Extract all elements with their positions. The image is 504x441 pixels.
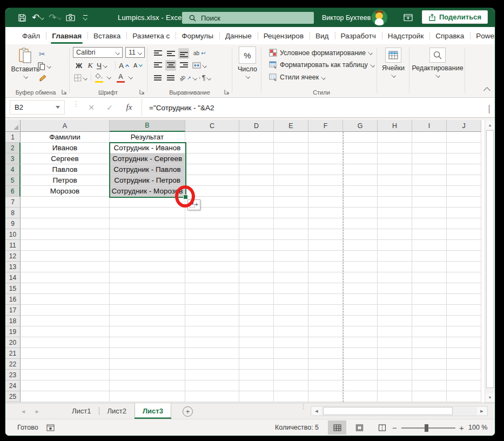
vertical-scroll-thumb[interactable] bbox=[486, 130, 494, 388]
cell-C6[interactable] bbox=[185, 186, 239, 197]
cell-H6[interactable] bbox=[378, 186, 412, 197]
cell-J5[interactable] bbox=[447, 175, 481, 186]
cell-A19[interactable] bbox=[21, 326, 110, 337]
tab-Power Pivo[interactable]: Power Pivo bbox=[470, 27, 495, 44]
cell-J22[interactable] bbox=[447, 359, 481, 370]
cell-J1[interactable] bbox=[447, 132, 481, 143]
undo-button[interactable]: ↶ bbox=[32, 11, 44, 24]
cell-D13[interactable] bbox=[239, 262, 274, 272]
column-header-A[interactable]: A bbox=[21, 120, 110, 132]
font-size-select[interactable]: 11 bbox=[125, 47, 145, 58]
cell-H14[interactable] bbox=[378, 272, 412, 283]
cell-I6[interactable] bbox=[412, 186, 447, 197]
cell-C5[interactable] bbox=[185, 175, 239, 186]
column-header-D[interactable]: D bbox=[239, 120, 274, 132]
cell-B9[interactable] bbox=[110, 218, 185, 229]
cell-H20[interactable] bbox=[378, 337, 412, 348]
cell-G15[interactable] bbox=[343, 283, 378, 294]
zoom-in-button[interactable]: + bbox=[459, 419, 464, 436]
cell-B10[interactable] bbox=[110, 229, 185, 240]
cell-H23[interactable] bbox=[378, 370, 412, 380]
cell-F12[interactable] bbox=[308, 251, 343, 262]
row-header-6[interactable]: 6 bbox=[5, 186, 21, 197]
cell-D14[interactable] bbox=[239, 272, 274, 283]
cell-F8[interactable] bbox=[308, 208, 343, 218]
cell-J10[interactable] bbox=[447, 229, 481, 240]
cell-J9[interactable] bbox=[447, 218, 481, 229]
cell-J18[interactable] bbox=[447, 316, 481, 326]
cell-J8[interactable] bbox=[447, 208, 481, 218]
cell-I22[interactable] bbox=[412, 359, 447, 370]
cell-A16[interactable] bbox=[21, 294, 110, 305]
cell-J2[interactable] bbox=[447, 143, 481, 153]
row-header-19[interactable]: 19 bbox=[5, 326, 21, 337]
font-name-select[interactable]: Calibri bbox=[73, 47, 123, 58]
cell-B4[interactable]: Сотрудник - Павлов bbox=[110, 164, 185, 175]
cells-button[interactable]: Ячейки bbox=[379, 48, 407, 77]
cell-H7[interactable] bbox=[378, 197, 412, 208]
cell-G12[interactable] bbox=[343, 251, 378, 262]
tab-Главная[interactable]: Главная bbox=[46, 27, 88, 44]
cell-J12[interactable] bbox=[447, 251, 481, 262]
cell-F19[interactable] bbox=[308, 326, 343, 337]
cell-F4[interactable] bbox=[308, 164, 343, 175]
cell-F6[interactable] bbox=[308, 186, 343, 197]
name-box[interactable]: B2 bbox=[10, 100, 65, 115]
cell-A5[interactable]: Петров bbox=[21, 175, 110, 186]
text-direction-button[interactable]: ›¶ bbox=[199, 72, 211, 83]
cell-I24[interactable] bbox=[412, 380, 447, 391]
cell-A22[interactable] bbox=[21, 359, 110, 370]
align-top-button[interactable] bbox=[152, 48, 163, 59]
cell-G10[interactable] bbox=[343, 229, 378, 240]
cell-D9[interactable] bbox=[239, 218, 274, 229]
cell-E7[interactable] bbox=[274, 197, 308, 208]
column-header-I[interactable]: I bbox=[412, 120, 447, 132]
cell-H4[interactable] bbox=[378, 164, 412, 175]
row-header-2[interactable]: 2 bbox=[5, 143, 21, 153]
font-color-button[interactable]: А bbox=[117, 71, 132, 82]
cell-B5[interactable]: Сотрудник - Петров bbox=[110, 175, 185, 186]
cell-B3[interactable]: Сотрудник - Сергеев bbox=[110, 153, 185, 164]
cell-H15[interactable] bbox=[378, 283, 412, 294]
cell-H18[interactable] bbox=[378, 316, 412, 326]
increase-indent-button[interactable] bbox=[165, 72, 176, 83]
page-break-view-button[interactable] bbox=[373, 420, 391, 435]
cell-F22[interactable] bbox=[308, 359, 343, 370]
cell-I10[interactable] bbox=[412, 229, 447, 240]
cell-C14[interactable] bbox=[185, 272, 239, 283]
select-all-corner[interactable] bbox=[5, 120, 21, 132]
scroll-right-arrow-icon[interactable]: ▶ bbox=[477, 407, 487, 415]
cell-D2[interactable] bbox=[239, 143, 274, 153]
align-middle-button[interactable] bbox=[165, 48, 176, 59]
cell-B22[interactable] bbox=[110, 359, 185, 370]
cell-H8[interactable] bbox=[378, 208, 412, 218]
column-header-E[interactable]: E bbox=[274, 120, 308, 132]
cell-F1[interactable] bbox=[308, 132, 343, 143]
save-icon[interactable] bbox=[17, 11, 27, 24]
row-header-13[interactable]: 13 bbox=[5, 262, 21, 272]
cell-F9[interactable] bbox=[308, 218, 343, 229]
cell-A2[interactable]: Иванов bbox=[21, 143, 110, 153]
cell-B1[interactable]: Результат bbox=[110, 132, 185, 143]
cell-F15[interactable] bbox=[308, 283, 343, 294]
cell-C3[interactable] bbox=[185, 153, 239, 164]
cell-I14[interactable] bbox=[412, 272, 447, 283]
undo-chevron-icon[interactable] bbox=[39, 15, 44, 20]
autofill-options-button[interactable]: + bbox=[187, 199, 200, 210]
cell-E25[interactable] bbox=[274, 391, 308, 402]
cell-G17[interactable] bbox=[343, 305, 378, 316]
cell-C24[interactable] bbox=[185, 380, 239, 391]
row-header-17[interactable]: 17 bbox=[5, 305, 21, 316]
cell-G5[interactable] bbox=[343, 175, 378, 186]
cell-B19[interactable] bbox=[110, 326, 185, 337]
formula-input[interactable]: ="Сотрудник - "&A2 bbox=[149, 98, 214, 117]
cell-E15[interactable] bbox=[274, 283, 308, 294]
row-header-20[interactable]: 20 bbox=[5, 337, 21, 348]
cell-C22[interactable] bbox=[185, 359, 239, 370]
cell-F7[interactable] bbox=[308, 197, 343, 208]
column-header-J[interactable]: J bbox=[447, 120, 481, 132]
cell-D22[interactable] bbox=[239, 359, 274, 370]
cell-A6[interactable]: Морозов bbox=[21, 186, 110, 197]
font-dialog-launcher-icon[interactable] bbox=[139, 89, 145, 94]
cell-D17[interactable] bbox=[239, 305, 274, 316]
